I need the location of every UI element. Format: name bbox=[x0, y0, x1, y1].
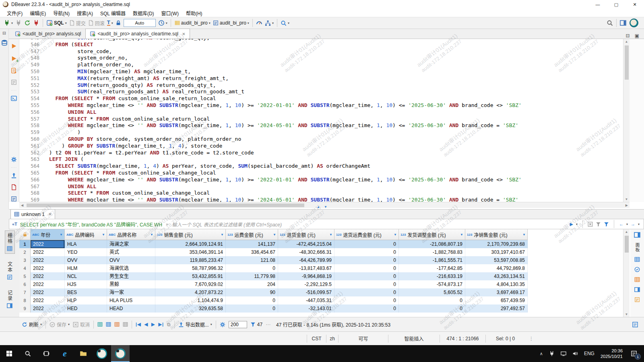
sql-editor-button[interactable]: SQL▾ bbox=[45, 19, 68, 27]
sort-icon[interactable]: ▼ bbox=[150, 233, 153, 237]
cell-r3-c6[interactable]: 0 bbox=[334, 256, 399, 264]
transaction-timeout-button[interactable]: ▾ bbox=[157, 19, 169, 27]
filter-history-caret[interactable]: ▾ bbox=[576, 222, 578, 226]
scroll-thumb[interactable] bbox=[27, 204, 304, 207]
cell-r9-c2[interactable]: HEAD bbox=[107, 304, 155, 313]
cell-r7-c7[interactable]: 5,605.52 bbox=[399, 288, 465, 296]
cell-r2-c1[interactable]: YEO bbox=[65, 248, 107, 256]
value-viewer-icon[interactable] bbox=[634, 257, 640, 262]
sort-icon[interactable]: ▼ bbox=[60, 233, 63, 237]
minimize-window-icon[interactable]: — bbox=[588, 0, 607, 9]
network-profile-icon[interactable]: ▾ bbox=[264, 19, 275, 27]
scroll-up-icon[interactable]: ▲ bbox=[623, 229, 630, 234]
cell-r5-c7[interactable]: -216,633.19 bbox=[399, 272, 465, 280]
cell-r7-c8[interactable]: 3,697,469.17 bbox=[465, 288, 528, 296]
cell-r4-c7[interactable]: -177,642.85 bbox=[399, 264, 465, 272]
tab-analysis-sql[interactable]: <audit_bi_pro> analysis.sql bbox=[10, 29, 85, 39]
schema-select[interactable]: audit_bi_pro▾ bbox=[212, 19, 250, 27]
cell-r2-c2[interactable]: 英式 bbox=[107, 248, 155, 256]
column-header-2[interactable]: ABC品牌名称▼ bbox=[107, 229, 155, 240]
variables-doc-icon[interactable] bbox=[11, 196, 17, 202]
cell-r8-c1[interactable]: HLP bbox=[65, 296, 107, 304]
cell-r2-c4[interactable]: 336,454.67 bbox=[226, 248, 278, 256]
delete-row-icon[interactable] bbox=[121, 322, 130, 327]
cell-r7-c6[interactable]: 0 bbox=[334, 288, 399, 296]
cell-r9-c3[interactable]: 329,635.58 bbox=[155, 304, 226, 313]
metadata-panel-icon[interactable] bbox=[634, 287, 640, 292]
scroll-right-icon[interactable]: ▶ bbox=[624, 203, 630, 208]
rollback-button[interactable]: 回滚 bbox=[87, 19, 106, 27]
cell-r5-c6[interactable]: 0 bbox=[334, 272, 399, 280]
menu-item-2[interactable]: 导航(N) bbox=[50, 9, 73, 17]
dashboard-icon[interactable] bbox=[255, 19, 264, 27]
cell-r7-c5[interactable]: -516,099.57 bbox=[278, 288, 334, 296]
cell-r5-c4[interactable]: 11,779.98 bbox=[226, 272, 278, 280]
tab-analysis-cleartime-sql[interactable]: <audit_bi_pro> analysis_cleartime.sql✕ bbox=[85, 29, 190, 39]
file-explorer-icon[interactable] bbox=[74, 345, 93, 362]
scroll-up-icon[interactable]: ▲ bbox=[623, 39, 630, 44]
user-avatar[interactable] bbox=[630, 19, 638, 27]
calc-panel-icon[interactable] bbox=[634, 277, 640, 282]
cell-r4-c0[interactable]: 2022 bbox=[31, 264, 65, 272]
scroll-down-icon[interactable]: ▼ bbox=[623, 197, 630, 202]
cell-r4-c3[interactable]: 58,787,996.32 bbox=[155, 264, 226, 272]
cell-r2-c6[interactable]: 0 bbox=[334, 248, 399, 256]
history-back-icon[interactable]: ← bbox=[619, 222, 623, 226]
cell-r4-c4[interactable]: 0 bbox=[226, 264, 278, 272]
cell-r8-c3[interactable]: 1,104,474.9 bbox=[155, 296, 226, 304]
history-back-caret[interactable]: ▾ bbox=[626, 222, 628, 226]
cell-r6-c5[interactable]: -2,292,129.5 bbox=[278, 280, 334, 288]
row-number[interactable]: 4 bbox=[19, 264, 31, 272]
cell-r1-c3[interactable]: 2,664,109,124.91 bbox=[155, 240, 226, 248]
cell-r3-c4[interactable]: 121.08 bbox=[226, 256, 278, 264]
cell-r9-c5[interactable]: -32,143.01 bbox=[278, 304, 334, 313]
problems-doc-icon[interactable] bbox=[11, 184, 17, 190]
expand-filter-icon[interactable]: » bbox=[166, 222, 168, 226]
cell-r2-c7[interactable]: -1,882,768.83 bbox=[399, 248, 465, 256]
quick-access-search-icon[interactable] bbox=[605, 19, 614, 27]
row-number[interactable]: 3 bbox=[19, 256, 31, 264]
close-tab-icon[interactable]: ✕ bbox=[182, 32, 185, 36]
filter-type-icon[interactable]: «T bbox=[12, 222, 17, 226]
remove-filter-icon[interactable] bbox=[596, 222, 601, 227]
dbeaver-taskbar-icon[interactable] bbox=[93, 345, 111, 362]
cell-r4-c1[interactable]: HLM bbox=[65, 264, 107, 272]
nav-prev-icon[interactable]: ◀ bbox=[143, 322, 150, 327]
cell-r9-c4[interactable]: 0 bbox=[226, 304, 278, 313]
cell-r7-c4[interactable]: 90 bbox=[226, 288, 278, 296]
history-forward-icon[interactable]: → bbox=[631, 222, 635, 226]
taskbar-search-icon[interactable] bbox=[19, 345, 37, 362]
column-header-3[interactable]: 123销售金额 (元)▼ bbox=[155, 229, 226, 240]
commit-mode-select[interactable]: Auto bbox=[124, 19, 156, 27]
clear-filter-icon[interactable] bbox=[588, 222, 593, 227]
grid-view-tab[interactable]: 栅格 bbox=[5, 230, 15, 254]
cell-r6-c1[interactable]: HJS bbox=[65, 280, 107, 288]
result-settings-gear-icon[interactable] bbox=[218, 322, 227, 327]
grid-corner-lock-icon[interactable] bbox=[19, 229, 31, 240]
start-button[interactable] bbox=[0, 345, 19, 362]
cell-r2-c8[interactable]: 303,197,410.67 bbox=[465, 248, 528, 256]
new-connection-button[interactable]: ▾ bbox=[2, 19, 14, 27]
column-header-4[interactable]: 123运费金额 (元)▼ bbox=[226, 229, 278, 240]
transaction-log-button[interactable]: T▾ bbox=[106, 19, 114, 27]
cell-r1-c2[interactable]: 海澜之家 bbox=[107, 240, 155, 248]
row-number[interactable]: 5 bbox=[19, 272, 31, 280]
cell-r8-c5[interactable]: -447,035.31 bbox=[278, 296, 334, 304]
cell-r4-c2[interactable]: 海澜优选 bbox=[107, 264, 155, 272]
cell-r1-c6[interactable]: 0 bbox=[334, 240, 399, 248]
menu-item-3[interactable]: 搜索(A) bbox=[73, 9, 97, 17]
cell-r8-c6[interactable]: 0 bbox=[334, 296, 399, 304]
copy-result-icon[interactable] bbox=[632, 321, 638, 328]
scroll-thumb[interactable] bbox=[625, 45, 629, 80]
cell-r1-c4[interactable]: 141,137 bbox=[226, 240, 278, 248]
column-header-6[interactable]: 123退货运费金额 (元)▼ bbox=[334, 229, 399, 240]
results-tab-unknown1[interactable]: unknown 1 ✕ bbox=[10, 209, 55, 219]
menu-item-5[interactable]: 数据库(D) bbox=[129, 9, 158, 17]
fetch-size-input[interactable] bbox=[229, 321, 247, 328]
lock-icon[interactable] bbox=[114, 19, 122, 27]
explain-plan-icon[interactable] bbox=[11, 79, 17, 85]
column-header-8[interactable]: 123净销售金额 (元)▼ bbox=[465, 229, 528, 240]
cell-r3-c8[interactable]: 53,597,008.85 bbox=[465, 256, 528, 264]
cell-r9-c1[interactable]: HED bbox=[65, 304, 107, 313]
cell-r7-c3[interactable]: 4,207,873.22 bbox=[155, 288, 226, 296]
